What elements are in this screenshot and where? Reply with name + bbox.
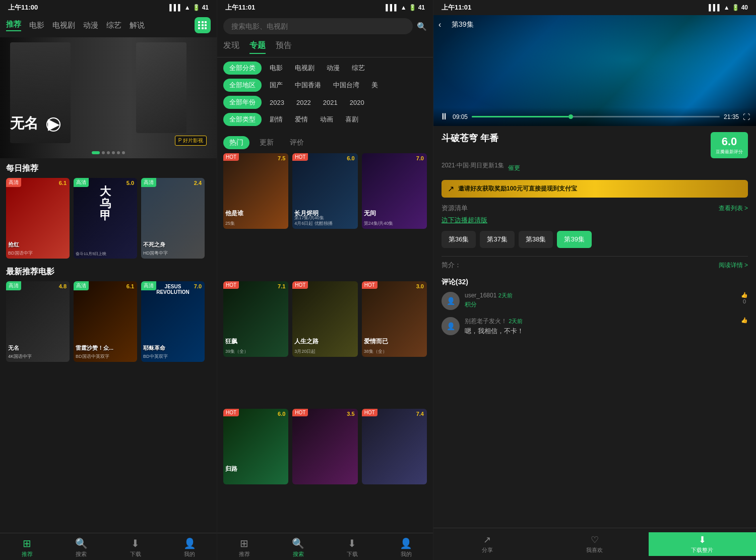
daily-card-2[interactable]: 高清 5.0 大乌甲 奋斗11月5日上映: [74, 178, 137, 259]
progress-bar[interactable]: [472, 116, 720, 117]
p2-filters: 全部分类 电影 电视剧 动漫 综艺 全部地区 国产 中国香港 中国台湾 美 全部…: [217, 57, 433, 134]
resource-link[interactable]: 查看列表 >: [719, 204, 748, 213]
p1-nav-jieshu[interactable]: 解说: [130, 21, 145, 30]
grid-card-3[interactable]: 7.0 无间 第24集/共40集: [362, 153, 427, 229]
p1-nav-btn-search[interactable]: 🔍 搜索: [54, 537, 109, 558]
p1-nav-tuijian[interactable]: 推荐: [6, 20, 21, 31]
filter-opt-drama[interactable]: 剧情: [266, 113, 287, 126]
filter-opt-animation[interactable]: 动画: [316, 113, 337, 126]
card-featured-title: JESUSREVOLUTION: [141, 284, 205, 295]
filter-opt-anime[interactable]: 动漫: [323, 61, 344, 75]
filter-opt-tw[interactable]: 中国台湾: [329, 79, 363, 92]
comment-like-1[interactable]: 👍 0: [741, 292, 748, 304]
sort-hot[interactable]: 热门: [223, 136, 249, 149]
p2-nav-btn-profile[interactable]: 👤 我的: [379, 537, 433, 558]
daily-card-3[interactable]: 高清 2.4 不死之身 HD国粤中字: [141, 178, 205, 259]
grid-card-1[interactable]: HOT 7.5 他是谁 25集: [223, 153, 288, 229]
signal-icon: ▌▌▌: [386, 4, 399, 11]
p1-nav-zongyi[interactable]: 综艺: [106, 21, 121, 30]
more-episodes-link[interactable]: 催更: [508, 164, 520, 172]
filter-opt-tv[interactable]: 电视剧: [291, 61, 319, 75]
p1-nav-dianshiju[interactable]: 电视剧: [52, 21, 75, 30]
grid-card-8[interactable]: HOT 3.5: [292, 409, 357, 484]
movie-card-2[interactable]: 高清 6.1 雷霆沙赞！众... BD国语中英双字: [74, 281, 137, 362]
filter-btn-type[interactable]: 全部类型: [223, 113, 262, 126]
p2-nav-btn-download[interactable]: ⬇ 下载: [325, 537, 379, 558]
p1-statusbar: 上午11:00 ▌▌▌ ▲ 🔋 41: [0, 0, 217, 15]
filter-opt-domestic[interactable]: 国产: [266, 79, 287, 92]
episode-btn-37[interactable]: 第37集: [480, 231, 514, 248]
card-badge: 高清: [6, 178, 21, 187]
back-button[interactable]: ‹: [438, 20, 441, 29]
progress-fill: [472, 116, 569, 117]
grid-card-7[interactable]: HOT 6.0 归路: [223, 409, 288, 484]
filter-opt-romance[interactable]: 爱情: [291, 113, 312, 126]
intro-detail-link[interactable]: 阅读详情 >: [719, 261, 748, 270]
p3-status-icons: ▌▌▌ ▲ 🔋 40: [709, 4, 748, 11]
filter-opt-2022[interactable]: 2022: [292, 97, 315, 108]
p2-nav-btn-search[interactable]: 🔍 搜索: [271, 537, 325, 558]
card-score: 7.0: [416, 155, 424, 161]
p1-nav-btn-tuijian[interactable]: ⊞ 推荐: [0, 537, 54, 558]
card-score: 3.5: [347, 411, 354, 417]
p1-grid-button[interactable]: [195, 17, 211, 33]
card-title: 爱情而已: [364, 337, 388, 346]
grid-card-6[interactable]: HOT 3.0 爱情而已 38集（全）: [362, 281, 427, 357]
pause-button[interactable]: ⏸: [439, 111, 449, 122]
p2-statusbar: 上午11:01 ▌▌▌ ▲ 🔋 41: [217, 0, 433, 15]
filter-opt-movie[interactable]: 电影: [266, 61, 287, 75]
filter-opt-hk[interactable]: 中国香港: [291, 79, 325, 92]
download-full-button[interactable]: ⬇ 下载整片: [649, 532, 756, 556]
filter-opt-2020[interactable]: 2020: [346, 97, 368, 108]
comment-like-2[interactable]: 👍: [741, 317, 748, 324]
download-label: 下载整片: [691, 546, 713, 554]
episode-btn-39[interactable]: 第39集: [557, 231, 591, 248]
grid-card-9[interactable]: HOT 7.4: [362, 409, 427, 484]
tab-trailer[interactable]: 预告: [276, 40, 292, 54]
episode-btn-38[interactable]: 第38集: [519, 231, 553, 248]
p1-navbar: 推荐 电影 电视剧 动漫 综艺 解说: [0, 15, 217, 37]
movie-card-3[interactable]: 高清 7.0 JESUSREVOLUTION 耶稣革命 BD中英双字: [141, 281, 205, 362]
hot-badge: HOT: [362, 409, 377, 416]
hero-play-button[interactable]: ▶: [46, 117, 60, 132]
sort-rating[interactable]: 评价: [284, 136, 310, 149]
p2-nav-btn-home[interactable]: ⊞ 推荐: [217, 537, 271, 558]
filter-opt-2021[interactable]: 2021: [319, 97, 342, 108]
tab-discover[interactable]: 发现: [223, 40, 239, 54]
card-title: 无名: [8, 344, 19, 352]
hero-title: 无名 ▶: [10, 114, 60, 133]
favorite-button[interactable]: ♡ 我喜欢: [541, 532, 648, 556]
filter-opt-us[interactable]: 美: [367, 79, 382, 92]
comment-time-1: 2天前: [498, 292, 513, 298]
grid-card-4[interactable]: HOT 7.1 狂飙 39集（全）: [223, 281, 288, 357]
stream-option[interactable]: 边下边播超清版: [442, 216, 748, 225]
tab-special[interactable]: 专题: [249, 40, 266, 54]
p1-nav-dianying[interactable]: 电影: [29, 21, 44, 30]
search-input[interactable]: [223, 18, 413, 34]
share-button[interactable]: ↗ 分享: [433, 532, 541, 556]
p1-nav-dongman[interactable]: 动漫: [83, 21, 98, 30]
grid-card-5[interactable]: HOT 人生之路 3月20日起: [292, 281, 357, 357]
filter-opt-variety[interactable]: 综艺: [348, 61, 369, 75]
episode-btn-36[interactable]: 第36集: [442, 231, 476, 248]
p3-resource-row: 资源清单 查看列表 >: [442, 204, 748, 213]
p3-video-player[interactable]: ‹ 第39集 ⏸ 09:05 21:35 ⛶: [433, 15, 756, 126]
like-icon: 👍: [741, 317, 748, 324]
p1-hero-banner[interactable]: 无名 ▶ P 好片影视: [0, 37, 217, 158]
promo-banner[interactable]: ↗ 邀请好友获取奖励100元可直接提现到支付宝: [442, 180, 748, 198]
movie-card-1[interactable]: 高清 4.8 无名 4K国语中字: [6, 281, 70, 362]
filter-btn-year[interactable]: 全部年份: [223, 96, 262, 109]
fullscreen-button[interactable]: ⛶: [743, 113, 750, 121]
card-title: 狂飙: [225, 337, 237, 346]
grid-card-2[interactable]: HOT 6.0 长月烬明 第17集/共40集4月6日起 优酷独播: [292, 153, 357, 229]
filter-opt-2023[interactable]: 2023: [266, 97, 288, 108]
p1-nav-btn-profile[interactable]: 👤 我的: [163, 537, 217, 558]
filter-opt-comedy[interactable]: 喜剧: [341, 113, 362, 126]
card-score: 5.0: [127, 180, 134, 186]
daily-card-1[interactable]: 高清 6.1 抢红 BD国语中字: [6, 178, 70, 259]
filter-btn-region[interactable]: 全部地区: [223, 79, 262, 92]
filter-btn-category[interactable]: 全部分类: [223, 61, 262, 75]
p1-nav-btn-download[interactable]: ⬇ 下载: [108, 537, 163, 558]
sort-new[interactable]: 更新: [254, 136, 280, 149]
p2-tabs: 发现 专题 预告: [217, 37, 433, 57]
